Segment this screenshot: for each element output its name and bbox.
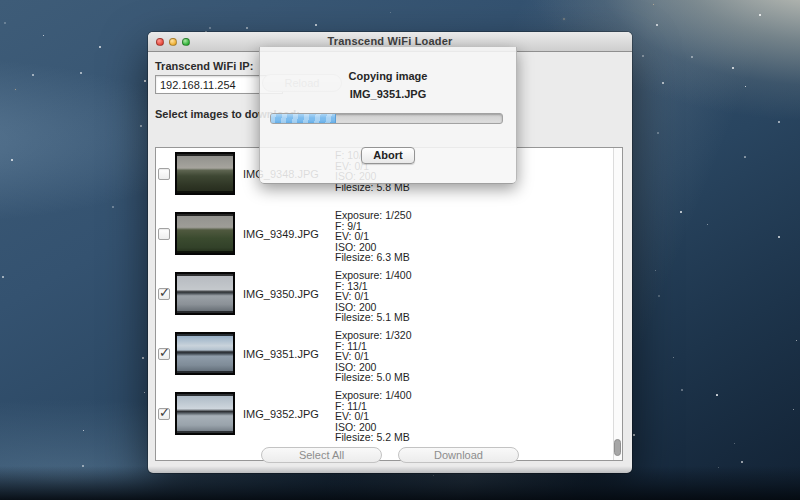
exif-line: Filesize: 5.1 MB [335,312,411,323]
image-row: IMG_9350.JPG Exposure: 1/400F: 13/1EV: 0… [158,270,622,317]
image-filename: IMG_9349.JPG [243,228,335,240]
footer-bar: Select All Download [148,447,632,463]
image-checkbox[interactable] [158,408,170,420]
copy-progress-bar [270,113,503,124]
image-checkbox[interactable] [158,348,170,360]
image-filename: IMG_9351.JPG [243,348,335,360]
scrollbar-track[interactable] [613,148,622,460]
dialog-filename: IMG_9351.JPG [260,88,516,100]
image-row: IMG_9349.JPG Exposure: 1/250F: 9/1EV: 0/… [158,210,622,257]
image-checkbox[interactable] [158,168,170,180]
progress-bar-fill [271,114,336,123]
image-thumbnail [175,272,235,315]
download-button[interactable]: Download [398,447,519,463]
exif-line: Exposure: 1/400 [335,390,411,401]
exif-line: Filesize: 5.0 MB [335,372,411,383]
select-all-button[interactable]: Select All [261,447,382,463]
image-thumbnail [175,392,235,435]
desktop-wallpaper: Transcend WiFi Loader Transcend WiFi IP:… [0,0,800,500]
image-row: IMG_9351.JPG Exposure: 1/320F: 11/1EV: 0… [158,330,622,377]
image-filename: IMG_9352.JPG [243,408,335,420]
exif-line: Filesize: 6.3 MB [335,252,411,263]
exif-line: Exposure: 1/400 [335,270,411,281]
app-window: Transcend WiFi Loader Transcend WiFi IP:… [148,32,632,473]
image-filename: IMG_9350.JPG [243,288,335,300]
window-content: Transcend WiFi IP: Reload Select images … [148,53,632,473]
image-checkbox[interactable] [158,228,170,240]
image-exif-info: Exposure: 1/400F: 13/1EV: 0/1ISO: 200Fil… [335,270,411,323]
exif-line: Exposure: 1/250 [335,210,411,221]
window-title: Transcend WiFi Loader [148,35,632,47]
image-thumbnail [175,212,235,255]
copy-progress-dialog: Copying image IMG_9351.JPG Abort [259,47,517,184]
dialog-title: Copying image [260,70,516,82]
image-thumbnail [175,332,235,375]
image-thumbnail [175,152,235,195]
image-exif-info: Exposure: 1/250F: 9/1EV: 0/1ISO: 200File… [335,210,411,263]
image-exif-info: Exposure: 1/400F: 11/1EV: 0/1ISO: 200Fil… [335,390,411,443]
image-list[interactable]: IMG_9348.JPG F: 10/1EV: 0/1ISO: 200Files… [155,147,623,461]
image-checkbox[interactable] [158,288,170,300]
abort-button[interactable]: Abort [361,147,414,164]
exif-line: Filesize: 5.2 MB [335,432,411,443]
exif-line: Exposure: 1/320 [335,330,411,341]
ip-field-label: Transcend WiFi IP: [155,60,253,72]
image-row: IMG_9352.JPG Exposure: 1/400F: 11/1EV: 0… [158,390,622,437]
image-exif-info: Exposure: 1/320F: 11/1EV: 0/1ISO: 200Fil… [335,330,411,383]
